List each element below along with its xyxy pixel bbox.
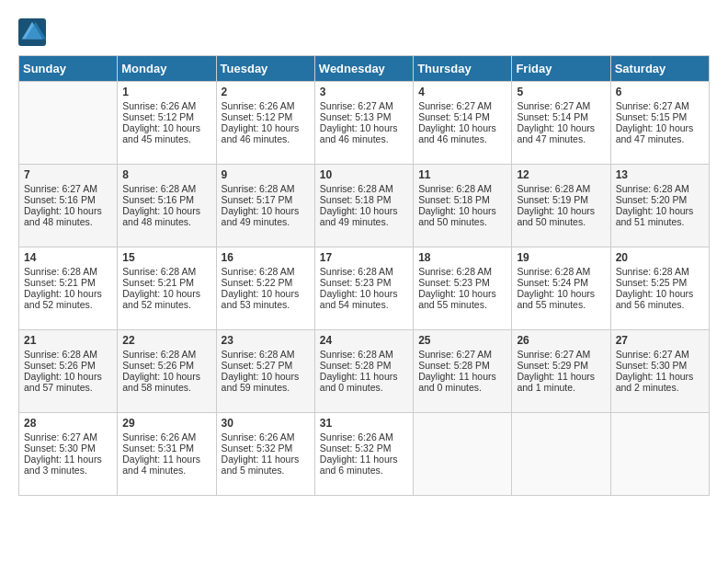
day-number: 5 <box>517 86 605 98</box>
calendar-cell: 24Sunrise: 6:28 AMSunset: 5:28 PMDayligh… <box>314 330 413 413</box>
sunrise-text: Sunrise: 6:28 AM <box>122 349 210 360</box>
calendar-cell: 9Sunrise: 6:28 AMSunset: 5:17 PMDaylight… <box>216 165 314 247</box>
daylight-text: Daylight: 10 hours and 59 minutes. <box>222 371 310 393</box>
daylight-text: Daylight: 10 hours and 50 minutes. <box>418 205 506 227</box>
sunrise-text: Sunrise: 6:27 AM <box>320 100 408 111</box>
sunrise-text: Sunrise: 6:28 AM <box>222 349 310 360</box>
sunset-text: Sunset: 5:22 PM <box>222 277 310 288</box>
day-number: 21 <box>24 334 112 347</box>
sunrise-text: Sunrise: 6:28 AM <box>320 349 408 360</box>
sunset-text: Sunset: 5:12 PM <box>222 111 310 122</box>
sunrise-text: Sunrise: 6:28 AM <box>24 266 112 277</box>
day-number: 16 <box>222 251 310 264</box>
day-number: 2 <box>222 86 310 98</box>
sunrise-text: Sunrise: 6:26 AM <box>122 431 210 442</box>
day-number: 22 <box>122 334 210 347</box>
calendar-cell: 22Sunrise: 6:28 AMSunset: 5:26 PMDayligh… <box>118 330 216 413</box>
sunset-text: Sunset: 5:28 PM <box>320 360 408 371</box>
day-number: 19 <box>517 251 605 264</box>
header-row: SundayMondayTuesdayWednesdayThursdayFrid… <box>19 56 710 82</box>
daylight-text: Daylight: 10 hours and 48 minutes. <box>24 205 112 227</box>
calendar-cell: 26Sunrise: 6:27 AMSunset: 5:29 PMDayligh… <box>512 330 610 413</box>
header-cell-friday: Friday <box>512 56 610 82</box>
week-row-0: 1Sunrise: 6:26 AMSunset: 5:12 PMDaylight… <box>19 82 710 165</box>
calendar-cell: 10Sunrise: 6:28 AMSunset: 5:18 PMDayligh… <box>314 165 413 247</box>
sunrise-text: Sunrise: 6:28 AM <box>418 266 506 277</box>
day-number: 24 <box>320 334 408 347</box>
daylight-text: Daylight: 10 hours and 53 minutes. <box>222 288 310 310</box>
sunset-text: Sunset: 5:28 PM <box>418 360 506 371</box>
day-number: 30 <box>222 417 310 430</box>
week-row-3: 21Sunrise: 6:28 AMSunset: 5:26 PMDayligh… <box>19 330 710 413</box>
sunset-text: Sunset: 5:31 PM <box>122 442 210 454</box>
day-number: 26 <box>517 334 605 347</box>
day-number: 7 <box>24 168 112 181</box>
sunset-text: Sunset: 5:16 PM <box>24 194 112 205</box>
daylight-text: Daylight: 10 hours and 55 minutes. <box>517 288 605 310</box>
calendar-cell: 25Sunrise: 6:27 AMSunset: 5:28 PMDayligh… <box>414 330 512 413</box>
sunrise-text: Sunrise: 6:26 AM <box>222 100 310 111</box>
sunrise-text: Sunrise: 6:28 AM <box>222 266 310 277</box>
sunrise-text: Sunrise: 6:27 AM <box>616 349 704 360</box>
daylight-text: Daylight: 11 hours and 4 minutes. <box>122 454 210 476</box>
sunset-text: Sunset: 5:23 PM <box>418 277 506 288</box>
sunset-text: Sunset: 5:25 PM <box>616 277 704 288</box>
sunset-text: Sunset: 5:21 PM <box>122 277 210 288</box>
sunrise-text: Sunrise: 6:27 AM <box>418 349 506 360</box>
daylight-text: Daylight: 10 hours and 46 minutes. <box>320 122 408 144</box>
daylight-text: Daylight: 11 hours and 1 minute. <box>517 371 605 393</box>
daylight-text: Daylight: 10 hours and 49 minutes. <box>222 205 310 227</box>
calendar-cell: 17Sunrise: 6:28 AMSunset: 5:23 PMDayligh… <box>314 247 413 330</box>
day-number: 4 <box>418 86 506 98</box>
header-cell-sunday: Sunday <box>19 56 118 82</box>
sunset-text: Sunset: 5:30 PM <box>24 442 112 454</box>
week-row-4: 28Sunrise: 6:27 AMSunset: 5:30 PMDayligh… <box>19 413 710 496</box>
sunset-text: Sunset: 5:24 PM <box>517 277 605 288</box>
sunrise-text: Sunrise: 6:27 AM <box>24 431 112 442</box>
daylight-text: Daylight: 11 hours and 6 minutes. <box>320 454 408 476</box>
calendar-cell: 23Sunrise: 6:28 AMSunset: 5:27 PMDayligh… <box>216 330 314 413</box>
sunrise-text: Sunrise: 6:27 AM <box>517 100 605 111</box>
day-number: 15 <box>122 251 210 264</box>
sunrise-text: Sunrise: 6:26 AM <box>320 431 408 442</box>
day-number: 14 <box>24 251 112 264</box>
day-number: 6 <box>616 86 704 98</box>
daylight-text: Daylight: 10 hours and 48 minutes. <box>122 205 210 227</box>
daylight-text: Daylight: 11 hours and 0 minutes. <box>320 371 408 393</box>
sunset-text: Sunset: 5:18 PM <box>320 194 408 205</box>
day-number: 17 <box>320 251 408 264</box>
sunrise-text: Sunrise: 6:27 AM <box>418 100 506 111</box>
calendar-cell: 18Sunrise: 6:28 AMSunset: 5:23 PMDayligh… <box>414 247 512 330</box>
day-number: 8 <box>122 168 210 181</box>
day-number: 1 <box>122 86 210 98</box>
sunset-text: Sunset: 5:26 PM <box>122 360 210 371</box>
calendar-cell: 30Sunrise: 6:26 AMSunset: 5:32 PMDayligh… <box>216 413 314 496</box>
daylight-text: Daylight: 10 hours and 47 minutes. <box>616 122 704 144</box>
sunrise-text: Sunrise: 6:28 AM <box>616 183 704 194</box>
sunrise-text: Sunrise: 6:27 AM <box>517 349 605 360</box>
header-cell-monday: Monday <box>118 56 216 82</box>
sunset-text: Sunset: 5:12 PM <box>122 111 210 122</box>
sunset-text: Sunset: 5:32 PM <box>222 442 310 454</box>
day-number: 29 <box>122 417 210 430</box>
sunset-text: Sunset: 5:14 PM <box>418 111 506 122</box>
sunrise-text: Sunrise: 6:27 AM <box>24 183 112 194</box>
week-row-2: 14Sunrise: 6:28 AMSunset: 5:21 PMDayligh… <box>19 247 710 330</box>
daylight-text: Daylight: 11 hours and 2 minutes. <box>616 371 704 393</box>
sunrise-text: Sunrise: 6:28 AM <box>320 183 408 194</box>
daylight-text: Daylight: 10 hours and 45 minutes. <box>122 122 210 144</box>
calendar-cell: 14Sunrise: 6:28 AMSunset: 5:21 PMDayligh… <box>19 247 118 330</box>
calendar-cell: 27Sunrise: 6:27 AMSunset: 5:30 PMDayligh… <box>610 330 709 413</box>
sunrise-text: Sunrise: 6:28 AM <box>517 183 605 194</box>
week-row-1: 7Sunrise: 6:27 AMSunset: 5:16 PMDaylight… <box>19 165 710 247</box>
calendar-cell <box>414 413 512 496</box>
daylight-text: Daylight: 10 hours and 58 minutes. <box>122 371 210 393</box>
calendar-cell: 16Sunrise: 6:28 AMSunset: 5:22 PMDayligh… <box>216 247 314 330</box>
header-cell-saturday: Saturday <box>610 56 709 82</box>
logo <box>18 18 50 46</box>
sunrise-text: Sunrise: 6:27 AM <box>616 100 704 111</box>
calendar-cell: 12Sunrise: 6:28 AMSunset: 5:19 PMDayligh… <box>512 165 610 247</box>
calendar-cell: 20Sunrise: 6:28 AMSunset: 5:25 PMDayligh… <box>610 247 709 330</box>
calendar-cell: 5Sunrise: 6:27 AMSunset: 5:14 PMDaylight… <box>512 82 610 165</box>
daylight-text: Daylight: 10 hours and 52 minutes. <box>24 288 112 310</box>
